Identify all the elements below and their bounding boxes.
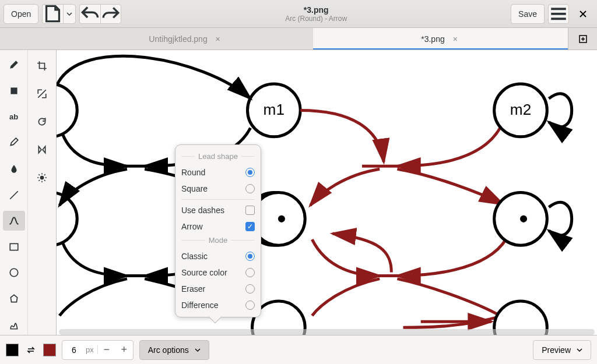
size-increase-button[interactable]: + <box>115 344 133 356</box>
svg-rect-0 <box>551 8 566 10</box>
rotate-tool[interactable] <box>31 111 53 133</box>
rect-tool[interactable] <box>3 236 25 257</box>
option-round[interactable]: Round <box>181 164 255 181</box>
window-title: *3.png <box>304 5 329 15</box>
smudge-tool[interactable] <box>3 159 25 179</box>
section-mode: Mode <box>181 236 255 245</box>
svg-point-7 <box>40 176 44 180</box>
new-file-group <box>42 4 76 24</box>
secondary-color-swatch[interactable] <box>43 344 56 356</box>
line-tool[interactable] <box>3 185 25 205</box>
new-tab-button[interactable] <box>568 28 597 50</box>
crop-tool[interactable] <box>31 55 53 77</box>
svg-point-8 <box>57 84 77 137</box>
freeform-tool[interactable] <box>3 314 25 335</box>
svg-rect-5 <box>10 243 18 250</box>
option-dashes[interactable]: Use dashes <box>181 202 255 218</box>
arc-options-button[interactable]: Arc options <box>139 340 209 360</box>
undo-button[interactable] <box>79 4 100 24</box>
arc-options-popover: Lead shape Round Square Use dashes Arrow… <box>175 144 261 317</box>
preview-button[interactable]: Preview <box>533 340 591 360</box>
option-classic[interactable]: Classic <box>181 248 255 264</box>
radio-icon <box>245 301 255 310</box>
tab-bar: Untihgjktled.png × *3.png × <box>0 28 597 50</box>
svg-rect-4 <box>10 87 17 94</box>
radio-icon <box>245 284 255 294</box>
tools-right <box>28 50 56 335</box>
tab-active[interactable]: *3.png × <box>313 28 568 50</box>
chevron-down-icon <box>577 347 582 353</box>
title-area: *3.png Arc (Round) - Arrow <box>125 5 507 23</box>
section-lead-shape: Lead shape <box>181 152 255 161</box>
primary-color-swatch[interactable] <box>6 344 19 356</box>
tab-label: Untihgjktled.png <box>149 34 207 44</box>
mirror-tool[interactable] <box>31 139 53 161</box>
redo-button[interactable] <box>100 4 121 24</box>
radio-icon <box>245 268 255 277</box>
option-difference[interactable]: Difference <box>181 297 255 313</box>
option-square[interactable]: Square <box>181 181 255 197</box>
svg-point-10 <box>57 193 77 246</box>
bottom-bar: 6 px − + Arc options Preview <box>0 335 597 364</box>
save-button[interactable]: Save <box>511 4 545 24</box>
option-source-color[interactable]: Source color <box>181 264 255 281</box>
swap-colors-button[interactable] <box>24 344 37 356</box>
option-arrow[interactable]: Arrow ✓ <box>181 218 255 235</box>
radio-checked-icon <box>245 252 255 261</box>
checkbox-icon <box>245 206 255 215</box>
fill-tool[interactable] <box>3 81 25 101</box>
tab-close-button[interactable]: × <box>213 34 223 44</box>
window-subtitle: Arc (Round) - Arrow <box>285 15 347 23</box>
menu-button[interactable] <box>548 4 569 24</box>
chevron-down-icon <box>195 347 201 353</box>
svg-rect-2 <box>551 17 566 20</box>
new-file-menu-button[interactable] <box>63 4 76 24</box>
radio-icon <box>245 184 255 193</box>
new-file-button[interactable] <box>42 4 63 24</box>
undo-redo-group <box>79 4 121 24</box>
canvas[interactable]: m1 <box>56 50 597 335</box>
resize-tool[interactable] <box>31 83 53 105</box>
curve-tool[interactable] <box>3 211 25 231</box>
pencil-tool[interactable] <box>3 55 25 75</box>
option-eraser[interactable]: Eraser <box>181 281 255 297</box>
tab-close-button[interactable]: × <box>451 34 460 44</box>
radio-checked-icon <box>245 168 255 177</box>
size-unit: px <box>86 345 98 354</box>
size-decrease-button[interactable]: − <box>98 344 115 356</box>
circle-tool[interactable] <box>3 263 25 283</box>
size-input-group: 6 px − + <box>62 340 134 360</box>
tab-inactive[interactable]: Untihgjktled.png × <box>58 28 313 50</box>
polygon-tool[interactable] <box>3 289 25 309</box>
svg-text:m1: m1 <box>264 101 285 118</box>
header-bar: Open *3.png Arc (Round) - Arrow Save <box>0 0 597 28</box>
checkbox-checked-icon: ✓ <box>245 222 255 231</box>
svg-point-26 <box>520 215 527 222</box>
diagram-content: m1 <box>57 50 597 335</box>
text-tool[interactable]: ab <box>3 107 25 127</box>
open-button[interactable]: Open <box>3 4 38 24</box>
main-area: ab <box>0 50 597 335</box>
svg-point-25 <box>278 215 285 222</box>
svg-text:m2: m2 <box>510 101 531 118</box>
spotlight-tool[interactable] <box>31 167 53 189</box>
svg-rect-1 <box>551 12 566 15</box>
horizontal-scrollbar[interactable] <box>59 329 595 335</box>
tools-left: ab <box>0 50 28 335</box>
tab-label: *3.png <box>421 34 444 44</box>
eyedropper-tool[interactable] <box>3 133 25 153</box>
size-value[interactable]: 6 <box>62 345 86 355</box>
close-window-button[interactable] <box>573 4 594 24</box>
svg-point-6 <box>10 269 18 277</box>
